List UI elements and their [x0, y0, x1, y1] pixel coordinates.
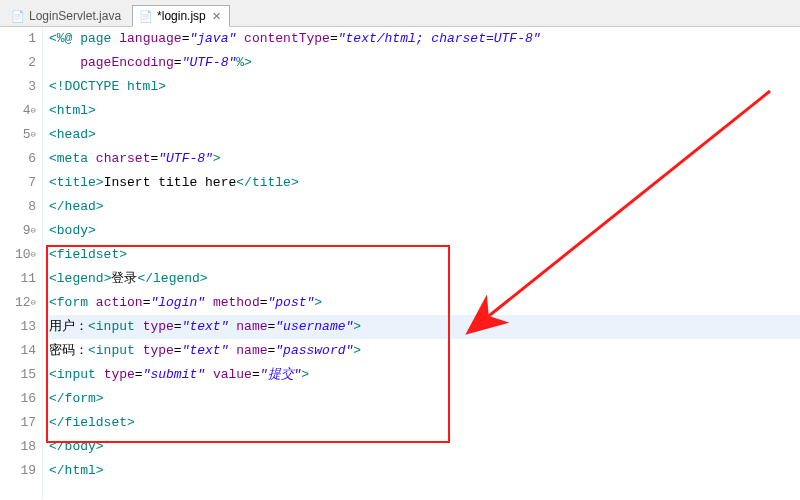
- code-line[interactable]: <form action="login" method="post">: [49, 291, 800, 315]
- tab-login-jsp[interactable]: 📄 *login.jsp ✕: [132, 5, 230, 27]
- code-line[interactable]: <input type="submit" value="提交">: [49, 363, 800, 387]
- line-number: 18: [0, 435, 36, 459]
- line-number: 8: [0, 195, 36, 219]
- code-line[interactable]: <!DOCTYPE html>: [49, 75, 800, 99]
- code-line[interactable]: 密码：<input type="text" name="password">: [49, 339, 800, 363]
- jsp-file-icon: 📄: [139, 9, 153, 23]
- code-line[interactable]: pageEncoding="UTF-8"%>: [49, 51, 800, 75]
- code-line[interactable]: <html>: [49, 99, 800, 123]
- code-line[interactable]: </head>: [49, 195, 800, 219]
- line-number: 2: [0, 51, 36, 75]
- line-number: 1: [0, 27, 36, 51]
- code-area[interactable]: <%@ page language="java" contentType="te…: [43, 27, 800, 499]
- tab-loginservlet[interactable]: 📄 LoginServlet.java: [4, 5, 130, 26]
- line-number: 14: [0, 339, 36, 363]
- java-file-icon: 📄: [11, 9, 25, 23]
- code-line[interactable]: </form>: [49, 387, 800, 411]
- code-line[interactable]: </body>: [49, 435, 800, 459]
- code-line[interactable]: <fieldset>: [49, 243, 800, 267]
- line-number: 16: [0, 387, 36, 411]
- code-line[interactable]: <head>: [49, 123, 800, 147]
- code-line[interactable]: <%@ page language="java" contentType="te…: [49, 27, 800, 51]
- line-number: 10⊖: [0, 243, 36, 267]
- code-line[interactable]: <legend>登录</legend>: [49, 267, 800, 291]
- code-line[interactable]: <meta charset="UTF-8">: [49, 147, 800, 171]
- line-number: 19: [0, 459, 36, 483]
- line-number: 3: [0, 75, 36, 99]
- line-number: 15: [0, 363, 36, 387]
- line-number: 13: [0, 315, 36, 339]
- code-line[interactable]: 用户：<input type="text" name="username">: [49, 315, 800, 339]
- line-number: 7: [0, 171, 36, 195]
- code-line[interactable]: <title>Insert title here</title>: [49, 171, 800, 195]
- code-line[interactable]: <body>: [49, 219, 800, 243]
- close-icon[interactable]: ✕: [212, 10, 221, 23]
- line-number: 9⊖: [0, 219, 36, 243]
- line-number: 11: [0, 267, 36, 291]
- line-number-gutter: 1234⊖5⊖6789⊖10⊖1112⊖13141516171819: [0, 27, 43, 499]
- code-editor[interactable]: 1234⊖5⊖6789⊖10⊖1112⊖13141516171819 <%@ p…: [0, 27, 800, 499]
- code-line[interactable]: </fieldset>: [49, 411, 800, 435]
- line-number: 5⊖: [0, 123, 36, 147]
- code-line[interactable]: </html>: [49, 459, 800, 483]
- tab-label: *login.jsp: [157, 9, 206, 23]
- line-number: 12⊖: [0, 291, 36, 315]
- line-number: 6: [0, 147, 36, 171]
- tab-bar: 📄 LoginServlet.java 📄 *login.jsp ✕: [0, 0, 800, 27]
- tab-label: LoginServlet.java: [29, 9, 121, 23]
- line-number: 4⊖: [0, 99, 36, 123]
- line-number: 17: [0, 411, 36, 435]
